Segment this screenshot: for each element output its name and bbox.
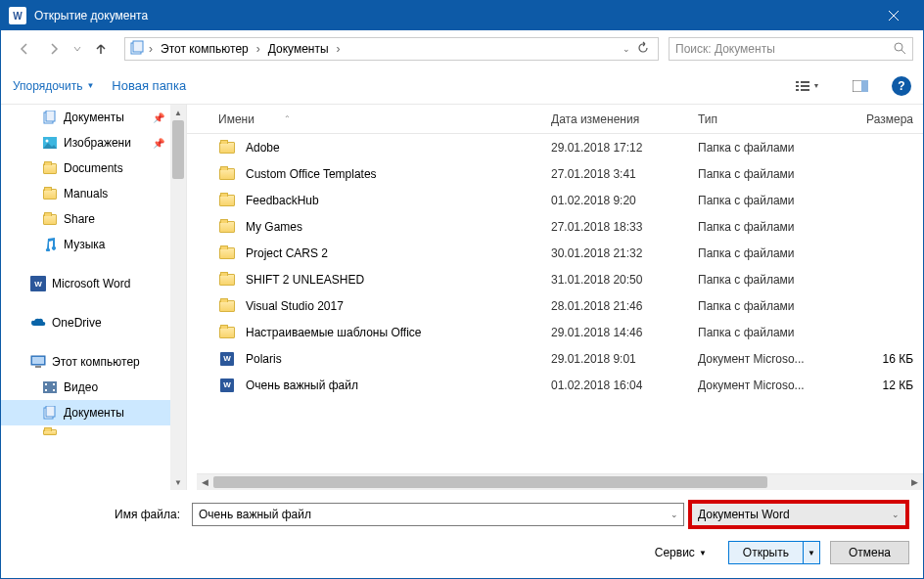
sidebar-item-documents[interactable]: Документы bbox=[1, 400, 186, 425]
chevron-down-icon: ⌄ bbox=[892, 510, 900, 519]
preview-pane-button[interactable] bbox=[847, 74, 874, 98]
file-row[interactable]: Настраиваемые шаблоны Office29.01.2018 1… bbox=[197, 319, 923, 345]
file-type: Папка с файлами bbox=[698, 273, 845, 287]
file-type: Папка с файлами bbox=[698, 141, 845, 155]
close-button[interactable] bbox=[871, 1, 915, 30]
nav-forward-button[interactable] bbox=[40, 35, 68, 63]
file-name: Project CARS 2 bbox=[246, 246, 551, 260]
file-name: Custom Office Templates bbox=[246, 167, 551, 181]
pin-icon: 📌 bbox=[153, 138, 164, 149]
open-button[interactable]: Открыть ▼ bbox=[728, 541, 820, 564]
file-row[interactable]: My Games27.01.2018 18:33Папка с файлами bbox=[197, 213, 923, 240]
file-name: Visual Studio 2017 bbox=[246, 299, 551, 313]
sidebar-item-label: Музыка bbox=[64, 238, 105, 251]
scroll-thumb[interactable] bbox=[213, 476, 767, 488]
sidebar-item[interactable]: Documents bbox=[1, 156, 186, 181]
sidebar-item[interactable]: Документы📌 bbox=[1, 105, 186, 130]
sidebar-item-word[interactable]: W Microsoft Word bbox=[1, 271, 186, 296]
chevron-down-icon: ▼ bbox=[699, 549, 707, 557]
sidebar-item[interactable]: Изображени📌 bbox=[1, 130, 186, 156]
file-row[interactable]: Custom Office Templates27.01.2018 3:41Па… bbox=[197, 160, 923, 187]
scroll-up-icon[interactable]: ▲ bbox=[170, 105, 186, 120]
file-name: My Games bbox=[246, 220, 551, 234]
file-row[interactable]: WОчень важный файл01.02.2018 16:04Докуме… bbox=[197, 372, 923, 398]
folder-icon bbox=[42, 424, 58, 440]
file-name: Adobe bbox=[246, 141, 551, 155]
nav-recent-button[interactable] bbox=[69, 35, 85, 63]
documents-icon bbox=[129, 40, 145, 59]
sidebar-item-onedrive[interactable]: OneDrive bbox=[1, 310, 186, 335]
nav-back-button[interactable] bbox=[11, 35, 38, 63]
svg-rect-22 bbox=[53, 389, 55, 391]
file-size: 12 КБ bbox=[845, 379, 923, 392]
chevron-down-icon[interactable]: ⌄ bbox=[666, 510, 683, 519]
scroll-down-icon[interactable]: ▼ bbox=[170, 474, 186, 490]
sidebar-item-videos[interactable]: Видео bbox=[1, 375, 186, 400]
tools-button[interactable]: Сервис ▼ bbox=[655, 546, 707, 559]
folder-icon bbox=[218, 271, 236, 289]
sidebar-scrollbar[interactable]: ▲ ▼ bbox=[170, 105, 186, 490]
new-folder-button[interactable]: Новая папка bbox=[112, 78, 186, 93]
file-row[interactable]: WPolaris29.01.2018 9:01Документ Microso.… bbox=[197, 345, 923, 372]
sidebar-item[interactable]: Share bbox=[1, 206, 186, 232]
scroll-right-icon[interactable]: ▶ bbox=[906, 477, 923, 487]
file-row[interactable]: SHIFT 2 UNLEASHED31.01.2018 20:50Папка с… bbox=[197, 266, 923, 292]
svg-rect-7 bbox=[796, 89, 799, 91]
file-list: Имени ⌃ Дата изменения Тип Размера Adobe… bbox=[187, 105, 923, 490]
video-icon bbox=[42, 379, 58, 395]
file-row[interactable]: FeedbackHub01.02.2018 9:20Папка с файлам… bbox=[197, 187, 923, 213]
search-input[interactable] bbox=[675, 42, 893, 56]
bottom-panel: Имя файла: ⌄ Документы Word ⌄ Сервис ▼ О… bbox=[1, 490, 923, 578]
view-options-button[interactable]: ▼ bbox=[786, 74, 829, 98]
search-icon[interactable] bbox=[893, 41, 906, 58]
file-date: 29.01.2018 17:12 bbox=[551, 141, 698, 155]
svg-rect-12 bbox=[46, 111, 55, 121]
pin-icon: 📌 bbox=[153, 112, 164, 123]
column-name[interactable]: Имени bbox=[218, 112, 254, 126]
sidebar-item-label: Этот компьютер bbox=[52, 355, 140, 369]
svg-rect-4 bbox=[801, 81, 809, 83]
nav-up-button[interactable] bbox=[87, 35, 115, 63]
toolbar: Упорядочить ▼ Новая папка ▼ ? bbox=[1, 67, 923, 105]
filename-input[interactable] bbox=[193, 508, 666, 521]
chevron-right-icon: › bbox=[335, 42, 343, 56]
sidebar-item-more[interactable] bbox=[1, 425, 186, 439]
chevron-down-icon[interactable]: ▼ bbox=[804, 549, 819, 557]
sidebar-item-label: Документы bbox=[64, 111, 124, 124]
sidebar: Документы📌Изображени📌DocumentsManualsSha… bbox=[1, 105, 187, 490]
horizontal-scrollbar[interactable]: ◀ ▶ bbox=[197, 473, 923, 490]
file-row[interactable]: Adobe29.01.2018 17:12Папка с файлами bbox=[197, 134, 923, 160]
svg-rect-10 bbox=[861, 80, 868, 92]
column-size[interactable]: Размера bbox=[845, 112, 923, 126]
filename-combo[interactable]: ⌄ bbox=[192, 503, 684, 526]
folder-icon bbox=[218, 324, 236, 341]
file-row[interactable]: Visual Studio 201728.01.2018 21:46Папка … bbox=[197, 292, 923, 319]
folder-icon bbox=[218, 218, 236, 236]
sidebar-item-thispc[interactable]: Этот компьютер bbox=[1, 349, 186, 375]
filetype-select[interactable]: Документы Word ⌄ bbox=[688, 500, 909, 529]
file-name: SHIFT 2 UNLEASHED bbox=[246, 273, 551, 287]
path-segment-documents[interactable]: Документы bbox=[264, 40, 333, 58]
search-box[interactable] bbox=[669, 37, 913, 61]
file-name: FeedbackHub bbox=[246, 194, 551, 207]
chevron-right-icon: › bbox=[147, 42, 155, 56]
refresh-button[interactable] bbox=[636, 41, 650, 58]
path-segment-thispc[interactable]: Этот компьютер bbox=[157, 40, 253, 58]
chevron-down-icon: ▼ bbox=[86, 81, 94, 90]
address-bar[interactable]: › Этот компьютер › Документы › ⌄ bbox=[124, 37, 659, 61]
list-header: Имени ⌃ Дата изменения Тип Размера bbox=[187, 105, 923, 134]
sidebar-item[interactable]: Музыка bbox=[1, 232, 186, 257]
column-date[interactable]: Дата изменения bbox=[551, 112, 698, 126]
address-dropdown-icon[interactable]: ⌄ bbox=[623, 44, 630, 54]
file-type: Папка с файлами bbox=[698, 326, 845, 339]
organize-button[interactable]: Упорядочить ▼ bbox=[13, 79, 94, 93]
sidebar-item[interactable]: Manuals bbox=[1, 181, 186, 206]
cancel-button[interactable]: Отмена bbox=[830, 541, 909, 564]
help-button[interactable]: ? bbox=[892, 76, 911, 96]
scroll-left-icon[interactable]: ◀ bbox=[197, 477, 213, 487]
file-row[interactable]: Project CARS 230.01.2018 21:32Папка с фа… bbox=[197, 240, 923, 266]
scroll-thumb[interactable] bbox=[172, 120, 184, 179]
computer-icon bbox=[30, 354, 46, 370]
column-type[interactable]: Тип bbox=[698, 112, 845, 126]
sidebar-item-label: Share bbox=[64, 212, 95, 226]
